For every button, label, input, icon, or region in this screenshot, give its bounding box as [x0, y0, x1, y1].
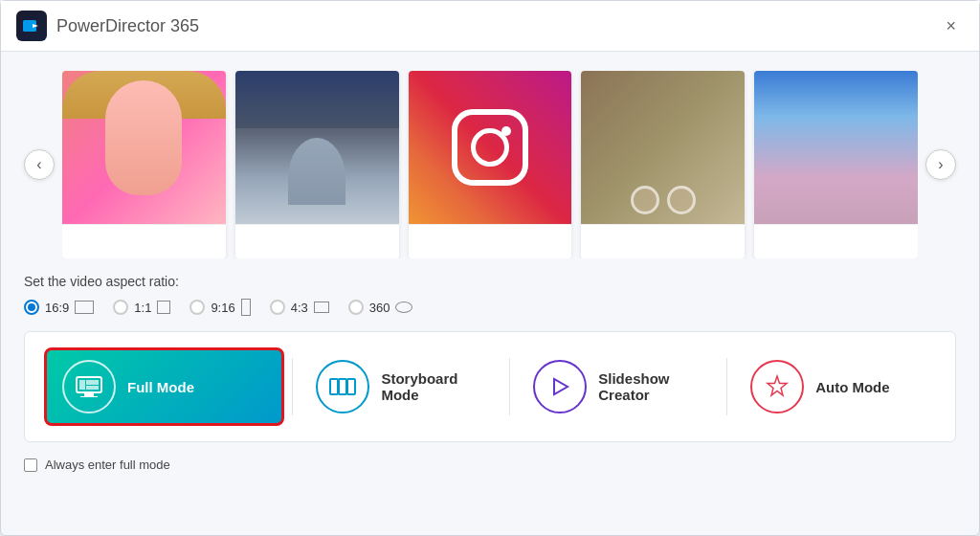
app-icon	[16, 11, 47, 41]
storyboard-mode-icon	[316, 360, 369, 413]
aspect-option-43[interactable]: 4:3	[270, 300, 329, 315]
svg-rect-5	[86, 386, 99, 390]
storyboard-mode-button[interactable]: Storyboard Mode	[301, 352, 501, 421]
radio-360[interactable]	[348, 300, 364, 315]
thumbnail-0[interactable]	[62, 71, 226, 258]
thumbnail-4[interactable]	[754, 71, 918, 258]
app-title: PowerDirector 365	[56, 16, 199, 36]
svg-rect-7	[80, 396, 98, 397]
svg-rect-8	[330, 379, 338, 394]
svg-rect-10	[347, 379, 355, 394]
auto-mode-icon	[750, 360, 804, 413]
divider-3	[726, 358, 727, 415]
checkbox-row: Always enter full mode	[24, 458, 956, 472]
app-window: PowerDirector 365 × ‹	[0, 0, 980, 536]
shape-360	[395, 302, 412, 313]
radio-11[interactable]	[113, 300, 128, 315]
slideshow-mode-label: Slideshow Creator	[598, 370, 703, 403]
aspect-option-916[interactable]: 9:16	[189, 299, 250, 316]
radio-169[interactable]	[24, 300, 39, 315]
svg-marker-12	[768, 376, 787, 395]
main-content: ‹	[1, 52, 979, 535]
aspect-option-169[interactable]: 16:9	[24, 300, 94, 315]
carousel-next-button[interactable]: ›	[925, 149, 956, 180]
aspect-option-360[interactable]: 360	[348, 300, 413, 315]
mode-section: Full Mode Storyboard Mode	[24, 331, 956, 442]
slideshow-mode-icon	[533, 360, 587, 413]
full-mode-label: Full Mode	[127, 379, 194, 395]
shape-11	[157, 301, 170, 314]
slideshow-mode-button[interactable]: Slideshow Creator	[518, 352, 719, 421]
close-button[interactable]: ×	[938, 12, 964, 40]
svg-rect-6	[84, 393, 94, 396]
divider-2	[509, 358, 510, 415]
always-full-mode-checkbox[interactable]	[24, 458, 37, 472]
shape-916	[241, 299, 251, 316]
radio-916[interactable]	[189, 300, 205, 315]
storyboard-mode-label: Storyboard Mode	[381, 370, 486, 403]
svg-rect-4	[86, 380, 99, 385]
aspect-option-11[interactable]: 1:1	[113, 300, 170, 315]
always-full-mode-label: Always enter full mode	[45, 458, 170, 472]
thumbnail-1[interactable]	[235, 71, 399, 258]
svg-marker-11	[554, 379, 568, 394]
title-bar: PowerDirector 365 ×	[1, 1, 979, 52]
full-mode-icon	[62, 360, 116, 413]
thumbnail-3[interactable]	[581, 71, 745, 258]
radio-43[interactable]	[270, 300, 285, 315]
shape-169	[75, 301, 94, 314]
thumbnails-container	[62, 71, 918, 258]
auto-mode-button[interactable]: Auto Mode	[735, 352, 936, 421]
thumbnail-2[interactable]	[409, 71, 572, 258]
aspect-options-row: 16:9 1:1 9:16 4:3	[24, 299, 956, 316]
full-mode-button[interactable]: Full Mode	[44, 347, 284, 426]
carousel-area: ‹	[24, 71, 956, 258]
divider-1	[292, 358, 293, 415]
shape-43	[314, 302, 329, 313]
carousel-prev-button[interactable]: ‹	[24, 149, 55, 180]
svg-rect-3	[79, 380, 85, 390]
aspect-ratio-section: Set the video aspect ratio: 16:9 1:1 9:1…	[24, 274, 956, 316]
auto-mode-label: Auto Mode	[815, 379, 889, 395]
aspect-ratio-label: Set the video aspect ratio:	[24, 274, 956, 289]
svg-rect-9	[339, 379, 346, 394]
